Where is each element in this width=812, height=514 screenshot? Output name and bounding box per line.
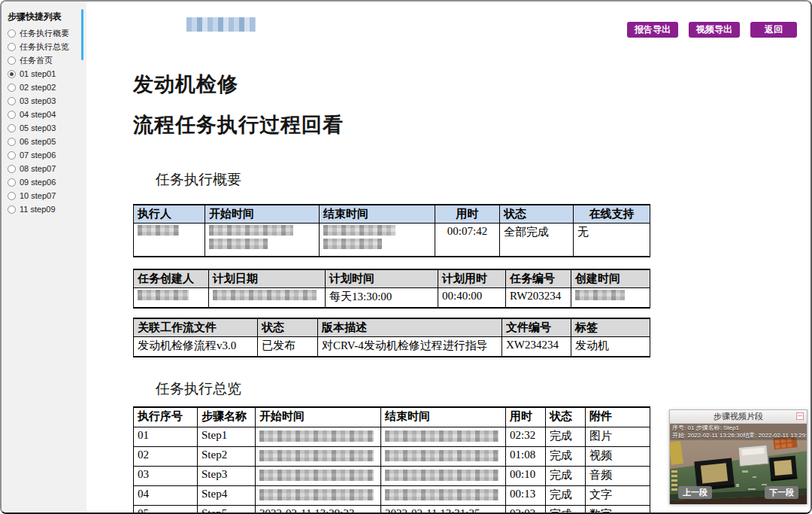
radio-icon[interactable] [8, 165, 16, 173]
radio-icon[interactable] [8, 124, 16, 132]
column-header: 在线支持 [574, 205, 650, 224]
sidebar-item-label: 02 step02 [20, 83, 56, 92]
column-header: 计划用时 [438, 269, 506, 288]
sidebar-step-item[interactable]: 11 step09 [2, 202, 86, 216]
radio-icon[interactable] [8, 138, 16, 146]
sidebar-item-label: 09 step06 [20, 178, 56, 187]
radio-icon[interactable] [8, 97, 16, 105]
sidebar-step-item[interactable]: 07 step06 [2, 148, 86, 162]
radio-icon[interactable] [8, 111, 16, 119]
column-header: 状态 [500, 205, 574, 224]
summary-table: 执行人 开始时间 结束时间 用时 状态 在线支持 00:07:42 全部完成 [133, 204, 650, 257]
workflow-status-cell: 已发布 [258, 337, 318, 357]
start-time-cell: 2022-02-11 13:29:23 [256, 505, 381, 514]
table-header-row: 任务创建人 计划日期 计划时间 计划用时 任务编号 创建时间 [134, 269, 650, 288]
radio-icon[interactable] [8, 70, 16, 78]
report-export-button[interactable]: 报告导出 [627, 22, 678, 38]
video-frame[interactable]: 序号: 01 步骤名称: Step1 开始: 2022-02-11 13:26:… [670, 424, 807, 504]
step-shortcut-sidebar: 步骤快捷列表 任务执行概要 任务执行总览 任务首页 [2, 2, 87, 512]
radio-icon[interactable] [8, 43, 16, 51]
video-export-button[interactable]: 视频导出 [689, 22, 740, 38]
sidebar-step-item[interactable]: 02 step02 [2, 81, 86, 94]
prev-segment-button[interactable]: 上一段 [678, 486, 712, 499]
video-step-info: 序号: 01 步骤名称: Step1 [672, 424, 804, 432]
sidebar-step-item[interactable]: 任务执行总览 [2, 40, 86, 53]
toolbar: 报告导出 视频导出 返回 [627, 22, 797, 38]
redacted-logo [186, 17, 256, 32]
redacted-text [259, 450, 374, 461]
column-header: 状态 [546, 407, 586, 427]
redacted-cell [571, 288, 650, 308]
redacted-text [323, 239, 382, 249]
sidebar-step-item[interactable]: 04 step04 [2, 108, 86, 121]
duration-cell: 00:13 [506, 485, 546, 505]
sidebar-item-label: 08 step07 [20, 164, 56, 173]
video-info-overlay: 序号: 01 步骤名称: Step1 开始: 2022-02-11 13:26:… [670, 424, 807, 440]
sidebar-step-item[interactable]: 03 step03 [2, 94, 86, 108]
table-row: 00:07:42 全部完成 无 [134, 224, 650, 257]
sidebar-title: 步骤快捷列表 [2, 2, 86, 26]
steps-table: 执行序号 步骤名称 开始时间 结束时间 用时 状态 附件 01 Step1 [133, 406, 650, 514]
sidebar-item-label: 03 step03 [20, 96, 56, 105]
sidebar-step-item[interactable]: 任务执行概要 [2, 26, 86, 40]
sidebar-step-item[interactable]: 09 step06 [2, 175, 86, 189]
table-row: 04 Step4 00:13 完成 文字 [134, 485, 650, 505]
radio-icon[interactable] [8, 84, 16, 92]
sidebar-item-label: 01 step01 [20, 69, 56, 78]
step-name-cell: Step3 [198, 466, 256, 485]
radio-icon[interactable] [8, 205, 16, 214]
sidebar-item-label: 11 step09 [20, 205, 56, 214]
redacted-text [385, 470, 498, 481]
redacted-text [385, 450, 498, 461]
status-cell: 完成 [546, 505, 586, 514]
sidebar-step-item[interactable]: 08 step07 [2, 162, 86, 175]
seq-cell: 02 [134, 446, 198, 466]
radio-icon[interactable] [8, 29, 16, 38]
end-time-cell [381, 427, 506, 446]
sidebar-step-item[interactable]: 06 step05 [2, 135, 86, 148]
column-header: 开始时间 [256, 407, 381, 427]
sidebar-item-list: 任务执行概要 任务执行总览 任务首页 01 step01 [2, 26, 86, 216]
radio-icon[interactable] [8, 178, 16, 187]
workflow-table: 关联工作流文件 状态 版本描述 文件编号 标签 发动机检修流程v3.0 已发布 … [133, 318, 650, 357]
step-video-panel: 步骤视频片段 [669, 409, 807, 504]
sidebar-item-label: 任务执行总览 [20, 41, 69, 53]
table-row: 03 Step3 00:10 完成 音频 [134, 466, 650, 485]
step-name-cell: Step2 [198, 446, 256, 466]
sidebar-step-item[interactable]: 任务首页 [2, 53, 86, 67]
video-panel-title: 步骤视频片段 [714, 411, 763, 422]
status-cell: 全部完成 [500, 224, 574, 257]
sidebar-item-label: 06 step05 [20, 137, 56, 146]
start-time-cell [256, 446, 381, 466]
duration-cell: 00:07:42 [435, 224, 500, 257]
minimize-icon[interactable] [796, 412, 804, 420]
video-start-time: 开始: 2022-02-11 13:26:30 [672, 432, 743, 439]
column-header: 计划时间 [326, 269, 438, 288]
duration-cell: 02:02 [506, 505, 546, 514]
column-header: 版本描述 [318, 318, 502, 337]
radio-icon[interactable] [8, 56, 16, 65]
status-cell: 完成 [546, 466, 586, 485]
radio-icon[interactable] [8, 151, 16, 160]
sidebar-item-label: 04 step04 [20, 110, 56, 119]
redacted-text [575, 290, 625, 300]
steps-table-body: 01 Step1 02:32 完成 图片 [134, 427, 650, 514]
doc-title-line1: 发动机检修 [133, 71, 238, 98]
table-row: 05 Step5 2022-02-11 13:29:23 2022-02-11 … [134, 505, 650, 514]
sidebar-scroll-indicator[interactable] [81, 9, 83, 60]
attachment-cell: 音频 [586, 466, 650, 485]
back-button[interactable]: 返回 [750, 22, 797, 38]
section-title-steps: 任务执行总览 [156, 379, 241, 399]
redacted-cell [209, 288, 326, 308]
status-cell: 完成 [546, 427, 586, 446]
sidebar-step-item[interactable]: 01 step01 [2, 67, 86, 81]
sidebar-step-item[interactable]: 10 step07 [2, 189, 86, 202]
video-panel-titlebar[interactable]: 步骤视频片段 [670, 410, 807, 424]
sidebar-step-item[interactable]: 05 step03 [2, 121, 86, 135]
column-header: 用时 [435, 205, 500, 224]
next-segment-button[interactable]: 下一段 [765, 486, 798, 499]
radio-icon[interactable] [8, 192, 16, 200]
column-header: 执行序号 [134, 407, 198, 427]
file-no-cell: XW234234 [502, 337, 571, 357]
seq-cell: 04 [134, 485, 198, 505]
